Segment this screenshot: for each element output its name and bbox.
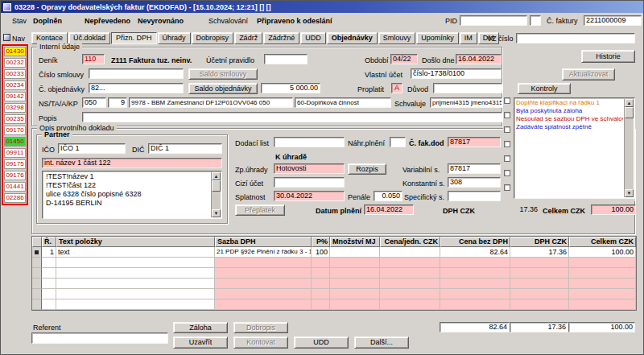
sidebar-item-02286[interactable]: 02286 — [4, 193, 26, 203]
cell-mnozstvi[interactable] — [330, 247, 380, 258]
cell-empty[interactable] — [510, 258, 569, 268]
kontroly-checkbox[interactable] — [504, 97, 510, 104]
col-header-text[interactable]: Text položky — [56, 237, 215, 247]
cell-empty[interactable] — [380, 289, 440, 299]
cell-empty[interactable] — [510, 299, 569, 310]
denik-field[interactable]: 110 — [82, 54, 105, 64]
sidebar-item-01450[interactable]: 01450 — [4, 137, 26, 147]
scroll-down-icon[interactable]: ▼ — [212, 209, 221, 217]
sidebar-item-09175[interactable]: 09175 — [4, 159, 26, 169]
ns-field-3[interactable]: 9978 - BBM Zaměstnanci DF12P01OVV046 050 — [129, 97, 293, 108]
preplatek-button[interactable]: Přeplatek — [235, 204, 285, 216]
cell-empty[interactable] — [312, 258, 330, 268]
sidebar-item-01441[interactable]: 01441 — [4, 182, 26, 192]
tab-smlouvy[interactable]: Smlouvy — [378, 32, 416, 44]
sidebar-item-09170[interactable]: 09170 — [4, 126, 26, 135]
dodaci-list-field[interactable] — [274, 137, 345, 147]
cell-celkem[interactable]: 100.00 — [569, 247, 636, 258]
col-header-mnozstvi[interactable]: Množství MJ — [330, 237, 380, 247]
cell-empty[interactable] — [330, 268, 380, 279]
nahr-plneni-field[interactable] — [390, 137, 406, 147]
sidebar-item-09911[interactable]: 09911 — [4, 148, 26, 158]
col-header-cena-bez[interactable]: Cena bez DPH — [440, 237, 510, 247]
proplatit-field[interactable]: A — [391, 83, 402, 93]
vz-cislo-field[interactable] — [516, 33, 635, 43]
cell-empty[interactable] — [312, 279, 330, 289]
dobropis-button[interactable]: Dobropis — [233, 322, 288, 333]
row-selector[interactable] — [32, 289, 42, 299]
udd-button[interactable]: UDD — [294, 336, 349, 349]
vlastni-ucet-field[interactable]: číslo-1738/0100 — [411, 68, 502, 79]
cell-empty[interactable] — [215, 279, 312, 289]
row-selector[interactable] — [32, 247, 42, 258]
sidebar-item-00234[interactable]: 00234 — [4, 80, 26, 90]
cell-empty[interactable] — [440, 299, 510, 310]
cell-empty[interactable] — [380, 258, 440, 268]
duvod-field[interactable] — [433, 83, 502, 93]
col-header-r[interactable]: Ř. — [42, 237, 56, 247]
sidebar-item-01430[interactable]: 01430 — [4, 47, 26, 56]
cell-empty[interactable] — [56, 268, 215, 279]
cell-empty[interactable] — [42, 258, 56, 268]
cell-empty[interactable] — [42, 289, 56, 299]
scrollbar-thumb[interactable] — [625, 107, 634, 118]
pid-extra-field[interactable] — [530, 15, 541, 26]
aktualizovat-button[interactable]: Aktualizovat — [562, 68, 615, 80]
c-objednavky-field[interactable]: 82... — [89, 83, 184, 93]
cell-empty[interactable] — [510, 289, 569, 299]
ucetni-pravidlo-field[interactable] — [264, 54, 308, 64]
row-selector[interactable] — [32, 258, 42, 268]
row-selector[interactable] — [32, 279, 42, 289]
cell-empty[interactable] — [312, 268, 330, 279]
cell-empty[interactable] — [56, 258, 215, 268]
sidebar-item-00232[interactable]: 00232 — [4, 58, 26, 68]
dic-field[interactable]: DIČ 1 — [148, 143, 222, 154]
row-selector[interactable] — [32, 268, 42, 279]
ico-field[interactable]: IČO 1 — [58, 143, 126, 154]
kontroly-checkbox[interactable] — [504, 170, 510, 176]
cell-empty[interactable] — [380, 299, 440, 310]
cell-empty[interactable] — [510, 268, 569, 279]
c-faktury-field[interactable]: 2211000009 — [584, 15, 642, 26]
kontovat-button[interactable]: Kontovat — [233, 336, 288, 349]
sidebar-item-00233[interactable]: 00233 — [4, 69, 26, 79]
scroll-up-icon[interactable]: ▲ — [212, 172, 221, 180]
row-selector[interactable] — [32, 299, 42, 310]
cell-text[interactable]: text — [56, 247, 215, 258]
sidebar-item-09176[interactable]: 09176 — [4, 171, 26, 180]
cell-empty[interactable] — [569, 268, 636, 279]
rozpis-button[interactable]: Rozpis — [348, 163, 386, 175]
kontroly-checkbox[interactable] — [504, 184, 510, 191]
cizi-ucet-field[interactable] — [274, 177, 345, 188]
schvaluje-field[interactable]: prijmeni4315 jmeno4315 45028489 — [430, 97, 502, 108]
cell-empty[interactable] — [330, 279, 380, 289]
tab-objednavky[interactable]: Objednávky — [327, 32, 378, 44]
kontroly-scrollbar[interactable]: ▲ ▼ — [624, 99, 634, 197]
partner-nazev-field[interactable]: int. název 1 část 122 — [42, 158, 222, 168]
cell-empty[interactable] — [569, 299, 636, 310]
popis-field[interactable] — [82, 112, 502, 122]
kontroly-message[interactable]: Doplňte klasifikaci na řádku 1 — [514, 99, 623, 107]
cell-empty[interactable] — [56, 289, 215, 299]
cell-empty[interactable] — [330, 258, 380, 268]
partner-address-box[interactable]: !TEST!název 1 !TEST!část 122 ulice 6328 … — [42, 171, 222, 219]
referent-field[interactable] — [31, 332, 168, 344]
kontroly-message[interactable]: Nesoulad se sazbou DPH ve schvalování ne — [514, 115, 623, 123]
cell-empty[interactable] — [56, 279, 215, 289]
saldo-smlouvy-button[interactable]: Saldo smlouvy — [188, 68, 258, 80]
cell-p[interactable]: 100 — [312, 247, 330, 258]
kontroly-checkbox[interactable] — [504, 155, 510, 162]
cell-empty[interactable] — [569, 258, 636, 268]
cell-dph[interactable]: 17.36 — [510, 247, 569, 258]
cell-empty[interactable] — [440, 289, 510, 299]
penale-field[interactable]: 0.050 — [374, 191, 402, 201]
kontroly-checkbox[interactable] — [504, 126, 510, 133]
kontroly-checkbox[interactable] — [504, 112, 510, 118]
variabilni-s-field[interactable]: 87817 — [448, 163, 501, 174]
cell-empty[interactable] — [42, 268, 56, 279]
specificky-s-field[interactable] — [448, 191, 501, 201]
cell-empty[interactable] — [215, 299, 312, 310]
col-header-sazba[interactable]: Sazba DPH — [215, 237, 312, 247]
cell-sazba[interactable]: 21 PDP §92e Plnění z řádku 3 - 1 — [215, 247, 312, 258]
scrollbar-thumb[interactable] — [212, 180, 221, 192]
